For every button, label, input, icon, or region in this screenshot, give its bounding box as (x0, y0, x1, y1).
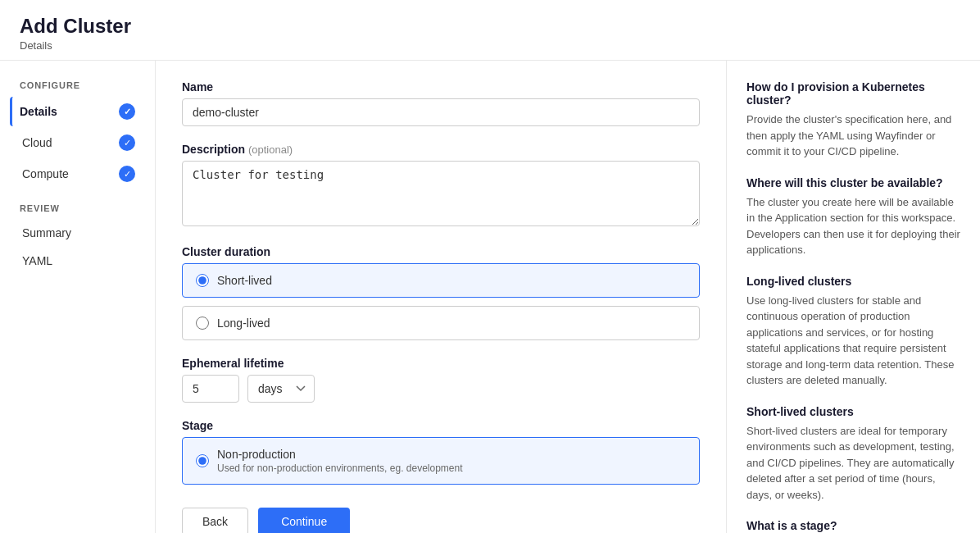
cluster-duration-group: Cluster duration Short-lived Long-lived (182, 245, 700, 340)
cloud-check-icon: ✓ (119, 134, 135, 151)
help-text: Use long-lived clusters for stable and c… (746, 293, 960, 389)
help-text: Short-lived clusters are ideal for tempo… (746, 423, 960, 503)
help-section: Where will this cluster be available?The… (746, 176, 960, 258)
help-heading: Short-lived clusters (746, 405, 960, 418)
sidebar: CONFIGURE Details ✓ Cloud ✓ Compute ✓ RE… (0, 61, 156, 533)
right-panel: How do I provision a Kubernetes cluster?… (726, 61, 980, 533)
ephemeral-row: hours days weeks (182, 375, 700, 403)
configure-label: CONFIGURE (10, 80, 145, 90)
stage-label: Stage (182, 419, 700, 432)
sidebar-item-details-label: Details (20, 105, 57, 118)
main-layout: CONFIGURE Details ✓ Cloud ✓ Compute ✓ RE… (0, 61, 980, 533)
sidebar-item-yaml[interactable]: YAML (10, 248, 145, 274)
review-label: REVIEW (10, 203, 145, 213)
non-production-content: Non-production Used for non-production e… (217, 448, 463, 474)
description-group: Description (optional) (182, 143, 700, 229)
long-lived-option[interactable]: Long-lived (182, 306, 700, 340)
stage-group: Stage Non-production Used for non-produc… (182, 419, 700, 485)
continue-button[interactable]: Continue (258, 508, 350, 533)
sidebar-item-details[interactable]: Details ✓ (10, 97, 145, 126)
ephemeral-input[interactable] (182, 375, 239, 403)
short-lived-label: Short-lived (217, 274, 272, 287)
description-optional: (optional) (248, 144, 293, 156)
help-section: Short-lived clustersShort-lived clusters… (746, 405, 960, 503)
stage-radio-group: Non-production Used for non-production e… (182, 437, 700, 485)
description-textarea[interactable] (182, 161, 700, 226)
name-group: Name (182, 80, 700, 126)
details-check-icon: ✓ (119, 103, 135, 120)
compute-check-icon: ✓ (119, 166, 135, 182)
page-header: Add Cluster Details (0, 0, 980, 61)
sidebar-item-summary-label: Summary (22, 226, 71, 239)
description-label: Description (optional) (182, 143, 700, 156)
name-label: Name (182, 80, 700, 93)
help-text: The cluster you create here will be avai… (746, 194, 960, 258)
help-section: What is a stage?A stage is a logical seg… (746, 519, 960, 533)
name-input[interactable] (182, 98, 700, 126)
sidebar-item-compute[interactable]: Compute ✓ (10, 159, 145, 189)
non-production-label: Non-production (217, 448, 463, 461)
sidebar-item-compute-label: Compute (22, 167, 69, 180)
long-lived-label: Long-lived (217, 317, 270, 330)
short-lived-option[interactable]: Short-lived (182, 263, 700, 298)
help-heading: Where will this cluster be available? (746, 176, 960, 189)
non-production-radio[interactable] (196, 454, 209, 467)
page-subtitle: Details (20, 39, 960, 52)
ephemeral-group: Ephemeral lifetime hours days weeks (182, 357, 700, 403)
back-button[interactable]: Back (182, 508, 248, 533)
sidebar-item-summary[interactable]: Summary (10, 220, 145, 246)
help-text: Provide the cluster's specification here… (746, 112, 960, 160)
help-heading: What is a stage? (746, 519, 960, 532)
ephemeral-unit-select[interactable]: hours days weeks (247, 375, 315, 403)
sidebar-item-yaml-label: YAML (22, 254, 52, 267)
non-production-option[interactable]: Non-production Used for non-production e… (182, 437, 700, 485)
help-section: Long-lived clustersUse long-lived cluste… (746, 275, 960, 389)
cluster-duration-label: Cluster duration (182, 245, 700, 258)
duration-radio-group: Short-lived Long-lived (182, 263, 700, 340)
sidebar-item-cloud-label: Cloud (22, 136, 52, 149)
short-lived-radio[interactable] (196, 274, 209, 287)
page-container: Add Cluster Details CONFIGURE Details ✓ … (0, 0, 980, 533)
sidebar-item-cloud[interactable]: Cloud ✓ (10, 128, 145, 157)
non-production-desc: Used for non-production environments, eg… (217, 462, 463, 474)
ephemeral-label: Ephemeral lifetime (182, 357, 700, 370)
help-heading: Long-lived clusters (746, 275, 960, 288)
main-content: Name Description (optional) Cluster dura… (156, 61, 726, 533)
long-lived-radio[interactable] (196, 317, 209, 330)
page-title: Add Cluster (20, 15, 960, 38)
help-section: How do I provision a Kubernetes cluster?… (746, 80, 960, 160)
help-heading: How do I provision a Kubernetes cluster? (746, 80, 960, 107)
action-row: Back Continue (182, 508, 700, 533)
